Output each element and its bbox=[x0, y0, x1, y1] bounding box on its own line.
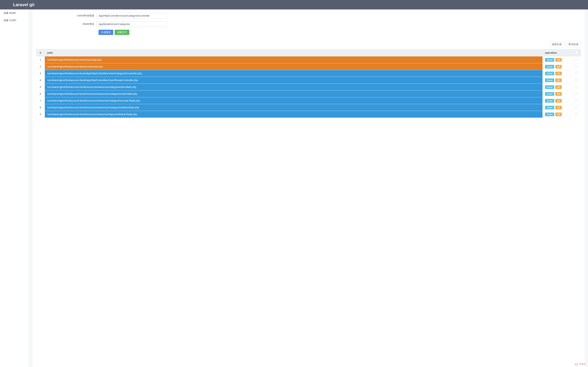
detail-button[interactable]: Detail bbox=[545, 65, 554, 68]
cell-operation: Detaildiff bbox=[543, 97, 572, 104]
cell-path: /usr/share/nginx/html/account-book/App/H… bbox=[45, 77, 543, 84]
form-buttons: 生成预览 创建文件 bbox=[36, 30, 581, 35]
detail-button[interactable]: Detail bbox=[545, 85, 554, 89]
preview-button[interactable]: 生成预览 bbox=[98, 30, 113, 35]
create-files-button[interactable]: 创建文件 bbox=[115, 30, 129, 35]
detail-button[interactable]: Detail bbox=[545, 78, 554, 82]
diff-button[interactable]: diff bbox=[555, 106, 562, 109]
row-checkbox[interactable] bbox=[575, 99, 578, 102]
cell-operation: Detaildiff bbox=[543, 91, 572, 97]
sidebar-item-create-model[interactable]: 创建 Model bbox=[0, 9, 29, 17]
table-row: 8/usr/share/nginx/html/account-book/reso… bbox=[36, 104, 581, 111]
detail-button[interactable]: Detail bbox=[545, 113, 554, 116]
cell-path: /usr/share/nginx/html/account-book/resou… bbox=[45, 97, 543, 104]
detail-button[interactable]: Detail bbox=[545, 99, 554, 103]
row-checkbox[interactable] bbox=[575, 113, 578, 115]
diff-button[interactable]: diff bbox=[555, 72, 562, 75]
cell-checkbox bbox=[572, 77, 581, 84]
table-row: 6/usr/share/nginx/html/account-book/reso… bbox=[36, 91, 581, 97]
files-table: # path operation 1/usr/share/nginx/html/… bbox=[36, 49, 581, 118]
cloud-icon bbox=[575, 362, 578, 366]
cell-index: 4 bbox=[36, 77, 45, 84]
model-label: Model类名 bbox=[36, 23, 96, 26]
cell-checkbox bbox=[572, 63, 581, 70]
model-input[interactable] bbox=[96, 21, 167, 27]
cell-path: /usr/share/nginx/html/account-book/route… bbox=[45, 63, 543, 70]
controller-input[interactable] bbox=[96, 13, 167, 18]
detail-button[interactable]: Detail bbox=[545, 106, 554, 109]
watermark: 亿速云 bbox=[575, 362, 586, 366]
cell-checkbox bbox=[572, 97, 581, 104]
form-row-model: Model类名 bbox=[36, 21, 581, 27]
cell-checkbox bbox=[572, 104, 581, 111]
sidebar: 创建 Model 创建 CURD bbox=[0, 9, 29, 367]
cell-operation: Detaildiff bbox=[543, 111, 572, 118]
diff-button[interactable]: diff bbox=[555, 58, 562, 62]
cell-checkbox bbox=[572, 91, 581, 97]
diff-button[interactable]: diff bbox=[555, 92, 562, 96]
row-checkbox[interactable] bbox=[575, 58, 578, 61]
sidebar-item-create-curd[interactable]: 创建 CURD bbox=[0, 17, 29, 24]
cell-index: 7 bbox=[36, 97, 45, 104]
cell-operation: Detaildiff bbox=[543, 84, 572, 91]
table-row: 5/usr/share/nginx/html/account-book/reso… bbox=[36, 84, 581, 91]
diff-button[interactable]: diff bbox=[555, 113, 562, 116]
cell-index: 8 bbox=[36, 104, 45, 111]
select-buttons-row: 设置全选 取消全选 bbox=[33, 38, 585, 49]
col-header-index: # bbox=[36, 49, 45, 57]
header: Laravel gii bbox=[0, 0, 588, 9]
detail-button[interactable]: Detail bbox=[545, 92, 554, 96]
diff-button[interactable]: diff bbox=[555, 85, 562, 89]
cell-checkbox bbox=[572, 57, 581, 63]
cell-checkbox bbox=[572, 84, 581, 91]
select-all-button[interactable]: 设置全选 bbox=[549, 42, 564, 47]
form-row-controller: controller控制器 bbox=[36, 13, 581, 18]
row-checkbox[interactable] bbox=[575, 72, 578, 75]
watermark-text: 亿速云 bbox=[579, 362, 586, 366]
cell-path: /usr/share/nginx/html/account-book/App/H… bbox=[45, 70, 543, 77]
detail-button[interactable]: Detail bbox=[545, 58, 554, 62]
row-checkbox[interactable] bbox=[575, 79, 578, 81]
table-header-row: # path operation bbox=[36, 49, 581, 57]
controller-label: controller控制器 bbox=[36, 14, 96, 17]
table-row: 7/usr/share/nginx/html/account-book/reso… bbox=[36, 97, 581, 104]
cell-operation: Detaildiff bbox=[543, 77, 572, 84]
col-header-checkbox bbox=[572, 49, 581, 57]
col-header-path: path bbox=[45, 49, 543, 57]
diff-button[interactable]: diff bbox=[555, 99, 562, 103]
cell-checkbox bbox=[572, 70, 581, 77]
cell-path: /usr/share/nginx/html/account-book/resou… bbox=[45, 111, 543, 118]
header-checkbox[interactable] bbox=[575, 51, 578, 54]
deselect-all-button[interactable]: 取消全选 bbox=[566, 42, 581, 47]
cell-path: /usr/share/nginx/html/account-book/route… bbox=[45, 57, 543, 63]
cell-checkbox bbox=[572, 111, 581, 118]
diff-button[interactable]: diff bbox=[555, 65, 562, 68]
row-checkbox[interactable] bbox=[575, 92, 578, 95]
cell-index: 3 bbox=[36, 70, 45, 77]
table-row: 1/usr/share/nginx/html/account-book/rout… bbox=[36, 57, 581, 63]
table-row: 3/usr/share/nginx/html/account-book/App/… bbox=[36, 70, 581, 77]
cell-operation: Detaildiff bbox=[543, 104, 572, 111]
content-panel: controller控制器 Model类名 生成预览 创建文件 设置全选 取消全… bbox=[33, 9, 585, 367]
cell-path: /usr/share/nginx/html/account-book/resou… bbox=[45, 104, 543, 111]
cell-operation: Detaildiff bbox=[543, 70, 572, 77]
row-checkbox[interactable] bbox=[575, 65, 578, 68]
cell-operation: Detaildiff bbox=[543, 63, 572, 70]
diff-button[interactable]: diff bbox=[555, 78, 562, 82]
col-header-operation: operation bbox=[543, 49, 572, 57]
layout: 创建 Model 创建 CURD controller控制器 Model类名 生… bbox=[0, 9, 588, 367]
row-checkbox[interactable] bbox=[575, 106, 578, 108]
app-title: Laravel gii bbox=[13, 2, 35, 7]
main-content: controller控制器 Model类名 生成预览 创建文件 设置全选 取消全… bbox=[29, 9, 588, 367]
cell-index: 9 bbox=[36, 111, 45, 118]
cell-index: 5 bbox=[36, 84, 45, 91]
detail-button[interactable]: Detail bbox=[545, 72, 554, 75]
table-row: 4/usr/share/nginx/html/account-book/App/… bbox=[36, 77, 581, 84]
cell-index: 6 bbox=[36, 91, 45, 97]
form-section: controller控制器 Model类名 生成预览 创建文件 bbox=[33, 13, 585, 38]
cell-operation: Detaildiff bbox=[543, 57, 572, 63]
cell-index: 1 bbox=[36, 57, 45, 63]
sidebar-item-label: 创建 Model bbox=[3, 12, 16, 14]
row-checkbox[interactable] bbox=[575, 85, 578, 88]
sidebar-item-label: 创建 CURD bbox=[3, 19, 16, 22]
